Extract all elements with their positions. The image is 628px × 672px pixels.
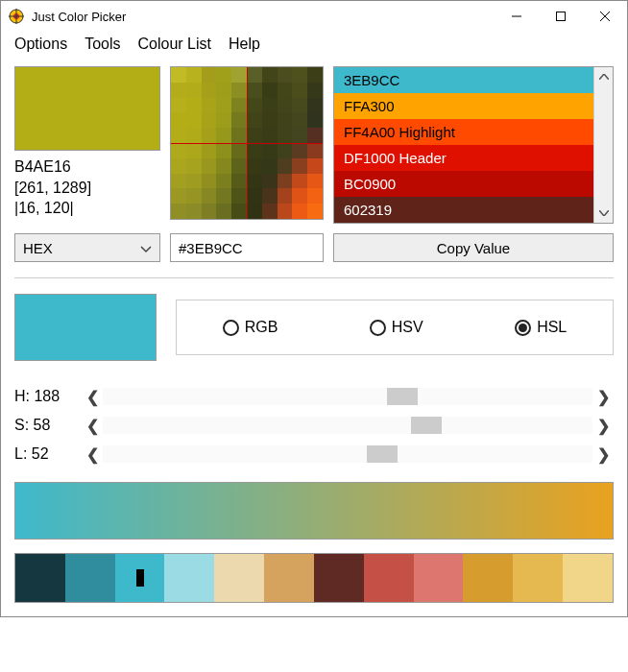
chevron-right-icon[interactable]: ❯ [592,445,614,464]
chevron-down-icon [140,240,152,256]
svg-rect-5 [557,12,566,21]
menu-colour-list[interactable]: Colour List [138,36,211,53]
palette-swatch[interactable] [214,554,264,602]
maximize-button[interactable] [539,1,583,32]
magnifier[interactable] [170,66,324,220]
slider-s[interactable]: ❮ ❯ [82,417,614,435]
menu-help[interactable]: Help [229,36,260,53]
gradient-bar[interactable] [14,482,614,540]
scroll-down-icon[interactable] [594,204,613,223]
colour-list-item[interactable]: 602319 [334,197,593,223]
palette-swatch[interactable] [264,554,314,602]
window-title: Just Color Picker [32,10,495,24]
format-select-value: HEX [23,240,53,256]
color-mode-group: RGB HSV HSL [176,300,614,355]
picked-color-info: B4AE16 [261, 1289] |16, 120| [14,156,160,219]
palette-swatch[interactable] [115,554,165,602]
format-select[interactable]: HEX [14,233,160,262]
picked-coords: [261, 1289] [14,178,160,199]
colour-list-item[interactable]: DF1000 Header [334,145,593,171]
radio-icon [515,320,531,336]
crosshair-v [247,67,248,219]
palette-swatch[interactable] [563,554,613,602]
titlebar: Just Color Picker [1,1,627,32]
app-icon [9,9,24,24]
scroll-up-icon[interactable] [594,67,613,86]
picked-color-swatch [14,66,160,151]
chevron-left-icon[interactable]: ❮ [82,417,103,435]
palette-swatch[interactable] [364,554,414,602]
radio-hsl[interactable]: HSL [515,319,567,336]
minimize-button[interactable] [495,1,539,32]
palette-swatch[interactable] [414,554,464,602]
slider-h[interactable]: ❮ ❯ [82,388,614,406]
menu-tools[interactable]: Tools [85,36,120,53]
slider-l-label: L: 52 [14,445,82,463]
radio-icon [370,320,386,336]
colour-list-scrollbar[interactable] [593,67,613,223]
radio-rgb[interactable]: RGB [223,319,278,336]
menu-options[interactable]: Options [14,36,67,53]
divider [14,277,614,278]
menubar: Options Tools Colour List Help [1,32,627,60]
slider-l[interactable]: ❮ ❯ [82,445,614,464]
selected-color-swatch [14,294,157,361]
colour-list-item[interactable]: 3EB9CC [334,67,593,93]
palette-swatch[interactable] [463,554,513,602]
radio-icon [223,320,239,336]
palette-swatch[interactable] [15,554,65,602]
palette-swatch[interactable] [65,554,115,602]
picked-zoom: |16, 120| [14,198,160,219]
chevron-left-icon[interactable]: ❮ [82,445,103,464]
colour-list-item[interactable]: BC0900 [334,171,593,197]
copy-value-button[interactable]: Copy Value [333,233,614,262]
color-value-input[interactable] [170,233,324,262]
picked-hex: B4AE16 [14,156,160,178]
radio-hsv[interactable]: HSV [370,319,423,336]
palette-swatch[interactable] [513,554,563,602]
chevron-right-icon[interactable]: ❯ [592,417,614,435]
palette-swatch[interactable] [314,554,364,602]
chevron-right-icon[interactable]: ❯ [592,388,614,406]
colour-list-item[interactable]: FF4A00 Highlight [334,119,593,145]
colour-list-item[interactable]: FFA300 [334,93,593,119]
palette [14,553,614,603]
palette-swatch[interactable] [164,554,214,602]
colour-list: 3EB9CCFFA300FF4A00 HighlightDF1000 Heade… [333,66,614,224]
close-button[interactable] [583,1,627,32]
chevron-left-icon[interactable]: ❮ [82,388,103,406]
palette-marker [136,569,144,587]
slider-h-label: H: 188 [14,388,82,405]
slider-s-label: S: 58 [14,417,82,434]
